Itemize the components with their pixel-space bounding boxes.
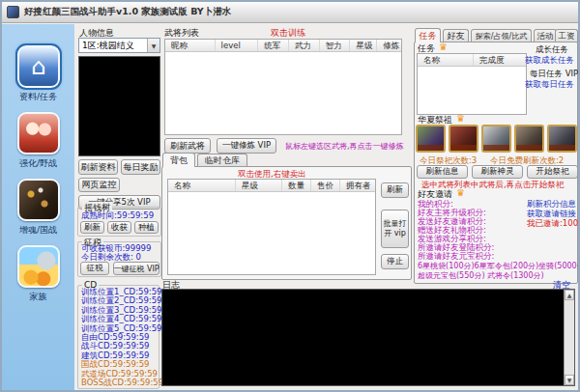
sidebar-item-label: 增魂/国战: [19, 224, 57, 237]
app-icon: [7, 6, 19, 18]
batch-open-button[interactable]: 批量打开 vip: [381, 210, 409, 248]
sidebar-item-label: 强化/野战: [19, 157, 57, 170]
title-bar: 好搜红颜三国战斗助手v1.0 家族测试版 BY卜潜水: [2, 2, 578, 23]
invite-reward-line2: 超级元宝包(550分) 武将令(1300分): [418, 270, 544, 281]
tab-temp-storage[interactable]: 临时仓库: [197, 154, 247, 167]
sidebar-item-enhance-fieldbattle[interactable]: 强化/野战: [17, 112, 60, 170]
one-key-tax-button[interactable]: 一键征税 VIP: [113, 262, 160, 275]
cd-group: CD 训练位置1_CD:59:59 训练位置2_CD:59:59 训练位置3_C…: [77, 285, 160, 389]
backpack-table[interactable]: 名称 星级 数量 售价 拥有者: [167, 179, 376, 275]
backpack-panel: 双击使用,右键卖出 名称 星级 数量 售价 拥有者 刷新 批量打开 vip 停止: [161, 166, 412, 280]
sidebar-item-profile-tasks[interactable]: ⌂ 资料/任务: [17, 45, 60, 103]
cd-item: BOSS战CD:59:59:59: [81, 378, 163, 387]
col-item-price: 售价: [311, 180, 340, 191]
log-console: ▲ ▼: [161, 289, 575, 386]
sidebar: ⌂ 资料/任务 强化/野战 增魂/国战 家族: [2, 24, 74, 390]
app-window: 好搜红颜三国战斗助手v1.0 家族测试版 BY卜潜水 ⌂ 资料/任务 强化/野战…: [0, 0, 580, 392]
col-task-name: 名称: [418, 54, 474, 66]
stop-button[interactable]: 停止: [381, 254, 409, 269]
tree-harvest-button[interactable]: 收获: [107, 221, 131, 234]
house-glyph: ⌂: [31, 53, 45, 80]
server-select-value: 1区:桃园结义: [82, 40, 134, 52]
col-task-progress: 完成度: [474, 54, 526, 66]
refresh-deity-button[interactable]: 刷新神灵: [472, 165, 523, 179]
backpack-refresh-button[interactable]: 刷新: [381, 182, 409, 198]
character-portrait-view: [78, 56, 160, 156]
col-level: level: [216, 40, 259, 51]
backpack-table-header: 名称 星级 数量 售价 拥有者: [168, 180, 375, 192]
invited-count-text: 我已邀请:100: [527, 218, 578, 230]
tab-activity[interactable]: 活动: [534, 29, 557, 42]
log-scrollbar[interactable]: ▲ ▼: [564, 290, 574, 385]
vip-crown-icon: ♛: [456, 113, 465, 124]
deity-card-4[interactable]: [514, 125, 544, 153]
tree-plant-button[interactable]: 种植: [134, 221, 159, 234]
deity-card-5[interactable]: [547, 125, 577, 153]
col-item-owner: 拥有者: [340, 180, 375, 191]
get-daily-task-link[interactable]: 获取每日任务: [525, 79, 574, 91]
generals-table[interactable]: 昵称 level 统军 武力 智力 星级 修炼: [164, 39, 402, 135]
money-tree-group: 摇钱树 成熟时间:59:59:59 刷新 收获 种植: [77, 207, 161, 237]
col-nickname: 昵称: [165, 40, 216, 51]
col-item-star: 星级: [236, 180, 282, 191]
window-title: 好搜红颜三国战斗助手v1.0 家族测试版 BY卜潜水: [24, 6, 231, 18]
deity-card-1[interactable]: [416, 125, 446, 153]
vip-crown-icon: ♛: [439, 42, 448, 52]
deity-card-2[interactable]: [449, 125, 478, 153]
tax-button[interactable]: 征税: [80, 262, 109, 275]
col-train: 修炼: [377, 40, 401, 51]
tab-salary[interactable]: 工资: [555, 29, 578, 42]
daily-reward-button[interactable]: 每日奖励: [121, 159, 160, 175]
tasks-table[interactable]: 名称 完成度: [417, 53, 527, 115]
sidebar-item-soul-nationwar[interactable]: 增魂/国战: [17, 179, 60, 237]
vip-crown-icon: ♛: [456, 187, 465, 198]
generals-tip: 鼠标左键选区武将,再点击一键修炼: [285, 141, 404, 152]
refresh-info-button[interactable]: 刷新信息: [417, 165, 468, 179]
sidebar-item-label: 家族: [30, 291, 47, 303]
battle-flag-icon: [17, 179, 60, 221]
chevron-down-icon[interactable]: ▼: [147, 39, 160, 52]
tree-refresh-button[interactable]: 刷新: [80, 221, 104, 234]
generals-table-header: 昵称 level 统军 武力 智力 星级 修炼: [165, 40, 401, 52]
refresh-profile-button[interactable]: 刷新资料: [78, 159, 118, 175]
col-strength: 武力: [289, 40, 320, 51]
tab-friends[interactable]: 好友: [443, 29, 469, 42]
server-select[interactable]: 1区:桃园结义 ▼: [78, 38, 160, 53]
col-command: 统军: [258, 40, 289, 51]
deity-card-row: [416, 125, 577, 153]
tab-explore-occupy-duel[interactable]: 探索/占领/比武: [471, 29, 532, 42]
col-item-name: 名称: [168, 180, 236, 191]
tax-group: 征税 可收获银币:99999 今日剩余次数: 0 征税 一键征税 VIP: [77, 241, 161, 277]
deity-card-3[interactable]: [481, 125, 511, 153]
sidebar-item-label: 资料/任务: [19, 91, 57, 103]
refresh-generals-button[interactable]: 刷新武将: [164, 138, 211, 154]
home-icon: ⌂: [17, 45, 60, 88]
col-intellect: 智力: [320, 40, 351, 51]
web-monitor-button[interactable]: 网页监控: [78, 178, 120, 192]
col-item-qty: 数量: [282, 180, 311, 191]
tasks-table-header: 名称 完成度: [418, 54, 526, 67]
get-growth-task-link[interactable]: 获取成长任务: [525, 55, 574, 67]
col-star: 星级: [350, 40, 377, 51]
one-key-train-button[interactable]: 一键修炼 VIP: [217, 138, 276, 154]
scroll-down-icon[interactable]: ▼: [565, 375, 574, 385]
start-sacrifice-button[interactable]: 开始祭祀: [527, 165, 578, 179]
scroll-up-icon[interactable]: ▲: [565, 290, 574, 300]
tab-backpack[interactable]: 背包: [162, 153, 195, 167]
people-icon: [17, 112, 60, 154]
tab-tasks[interactable]: 任务: [415, 28, 441, 42]
family-icon: [17, 245, 60, 288]
sidebar-item-family[interactable]: 家族: [17, 245, 60, 303]
